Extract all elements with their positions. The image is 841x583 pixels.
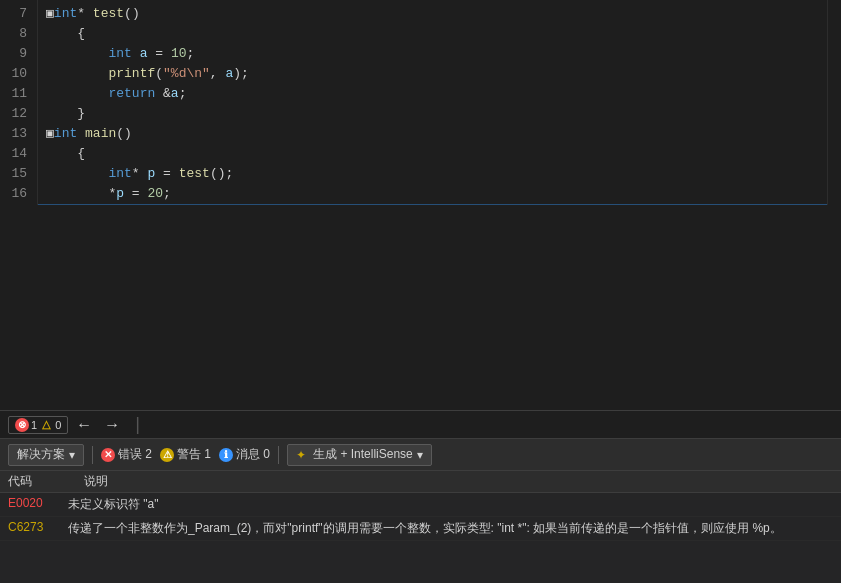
- error-desc-e0020: 未定义标识符 "a": [68, 496, 833, 513]
- nav-separator: |: [132, 415, 143, 435]
- code-line-11: return &a;: [38, 84, 827, 104]
- editor-empty-area: [0, 205, 841, 410]
- solution-label: 解决方案: [17, 446, 65, 463]
- line-numbers: 7 8 9 10 11 12 13 14 15 16 17 18 19: [0, 0, 38, 205]
- errors-badge: ✕ 错误 2: [101, 446, 152, 463]
- error-row-c6273[interactable]: C6273 传递了一个非整数作为_Param_(2)，而对"printf"的调用…: [0, 517, 841, 541]
- warning-indicator-icon: △: [39, 418, 53, 432]
- error-indicator: ⊗ 1 △ 0: [8, 416, 68, 434]
- error-row-e0020[interactable]: E0020 未定义标识符 "a": [0, 493, 841, 517]
- code-content[interactable]: ▣int* test() { int a = 10; printf("%d\n"…: [38, 0, 827, 205]
- warnings-badge: ⚠ 警告 1: [160, 446, 211, 463]
- error-desc-c6273: 传递了一个非整数作为_Param_(2)，而对"printf"的调用需要一个整数…: [68, 520, 833, 537]
- error-table: E0020 未定义标识符 "a" C6273 传递了一个非整数作为_Param_…: [0, 493, 841, 583]
- code-editor[interactable]: 7 8 9 10 11 12 13 14 15 16 17 18 19 ▣int…: [0, 0, 841, 205]
- error-indicator-icon: ⊗: [15, 418, 29, 432]
- col-desc-header: 说明: [84, 473, 833, 490]
- solution-dropdown[interactable]: 解决方案 ▾: [8, 444, 84, 466]
- bottom-nav-bar: ⊗ 1 △ 0 ← → |: [0, 410, 841, 438]
- nav-forward-button[interactable]: →: [100, 417, 124, 433]
- dropdown-arrow: ▾: [69, 448, 75, 462]
- code-line-9: int a = 10;: [38, 44, 827, 64]
- code-line-17: printf("%d\n", a);: [38, 204, 827, 205]
- warnings-label: 警告 1: [177, 446, 211, 463]
- error-indicator-count: 1: [31, 419, 37, 431]
- code-line-15: int* p = test();: [38, 164, 827, 184]
- build-label: 生成 + IntelliSense: [313, 446, 413, 463]
- code-line-8: {: [38, 24, 827, 44]
- error-table-header: 代码 说明: [0, 471, 841, 493]
- error-badge-icon: ✕: [101, 448, 115, 462]
- build-dropdown[interactable]: ✦ 生成 + IntelliSense ▾: [287, 444, 432, 466]
- tools-icon: ✦: [296, 448, 306, 462]
- code-line-10: printf("%d\n", a);: [38, 64, 827, 84]
- code-line-16: *p = 20;: [38, 184, 827, 204]
- error-code-e0020: E0020: [8, 496, 60, 510]
- error-panel: 解决方案 ▾ ✕ 错误 2 ⚠ 警告 1 ℹ 消息 0 ✦ 生成 + Intel…: [0, 438, 841, 583]
- solution-dropdown-area: 解决方案 ▾: [8, 444, 84, 466]
- col-code-header: 代码: [8, 473, 68, 490]
- warning-badge-icon: ⚠: [160, 448, 174, 462]
- error-toolbar: 解决方案 ▾ ✕ 错误 2 ⚠ 警告 1 ℹ 消息 0 ✦ 生成 + Intel…: [0, 439, 841, 471]
- code-line-12: }: [38, 104, 827, 124]
- nav-back-button[interactable]: ←: [72, 417, 96, 433]
- vertical-scrollbar[interactable]: [827, 0, 841, 205]
- code-line-14: {: [38, 144, 827, 164]
- code-line-7: ▣int* test(): [38, 4, 827, 24]
- errors-label: 错误 2: [118, 446, 152, 463]
- code-line-13: ▣int main(): [38, 124, 827, 144]
- info-badge: ℹ 消息 0: [219, 446, 270, 463]
- toolbar-sep-1: [92, 446, 93, 464]
- build-dropdown-arrow: ▾: [417, 448, 423, 462]
- warning-indicator-count: 0: [55, 419, 61, 431]
- toolbar-sep-2: [278, 446, 279, 464]
- info-badge-icon: ℹ: [219, 448, 233, 462]
- warning-code-c6273: C6273: [8, 520, 60, 534]
- info-label: 消息 0: [236, 446, 270, 463]
